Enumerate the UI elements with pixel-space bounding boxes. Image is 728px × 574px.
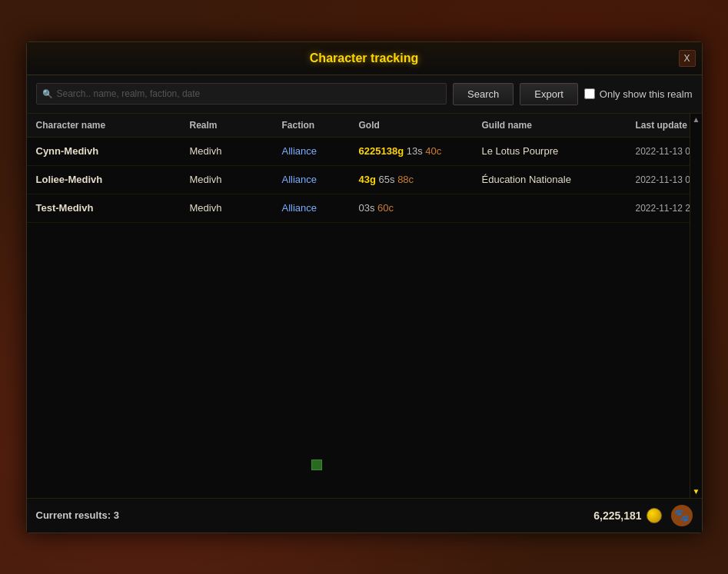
search-button[interactable]: Search [453, 83, 514, 105]
silver-value: 65 [379, 174, 390, 185]
character-tracking-dialog: Character tracking X 🔍 Search Export Onl… [26, 41, 703, 533]
green-square-decoration [311, 460, 322, 470]
char-name-cell: Loliee-Medivh [36, 174, 190, 185]
faction-cell: Alliance [282, 202, 359, 214]
table-header: Character name Realm Faction Gold Guild … [27, 114, 702, 138]
char-name-cell: Test-Medivh [36, 202, 190, 214]
guild-cell: Éducation Nationale [482, 174, 636, 185]
silver-value: 03 [359, 202, 370, 214]
dialog-title: Character tracking [310, 51, 418, 65]
table-container: Character name Realm Faction Gold Guild … [27, 114, 702, 498]
scrollbar[interactable]: ▲ ▼ [690, 114, 702, 498]
total-gold: 6,225,181 [593, 508, 661, 523]
th-last-update: Last update [636, 120, 729, 131]
th-faction: Faction [282, 120, 359, 131]
th-realm: Realm [190, 120, 282, 131]
guild-cell: Le Lotus Pourpre [482, 145, 636, 157]
table-body: Cynn-Medivh Medivh Alliance 6225138g 13s… [27, 138, 702, 223]
gold-cell: 03s 60c [359, 202, 482, 214]
gold-cell: 43g 65s 88c [359, 174, 482, 185]
gold-value: 43 [359, 174, 370, 185]
char-name-cell: Cynn-Medivh [36, 145, 190, 157]
silver-value: 13 [407, 145, 417, 157]
gold-value: 6225138 [359, 145, 398, 157]
toolbar: 🔍 Search Export Only show this realm [27, 75, 702, 114]
scroll-up-arrow[interactable]: ▲ [690, 114, 703, 126]
th-char-name: Character name [36, 120, 190, 131]
realm-cell: Medivh [190, 202, 282, 214]
realm-filter: Only show this realm [584, 88, 693, 100]
copper-value: 60 [377, 202, 388, 214]
footer-bar: Current results: 3 6,225,181 🐾 [27, 498, 702, 533]
search-input[interactable] [36, 83, 447, 105]
table-row: Test-Medivh Medivh Alliance 03s 60c 2022… [27, 194, 702, 223]
table-row: Loliee-Medivh Medivh Alliance 43g 65s 88… [27, 166, 702, 194]
help-icon[interactable]: 🐾 [671, 505, 693, 526]
copper-value: 88 [397, 174, 408, 185]
search-input-wrap: 🔍 [36, 83, 447, 105]
faction-cell: Alliance [282, 145, 359, 157]
results-count: Current results: 3 [36, 509, 119, 521]
realm-cell: Medivh [190, 174, 282, 185]
copper-value: 40 [425, 145, 436, 157]
realm-filter-checkbox[interactable] [584, 88, 595, 99]
search-icon: 🔍 [42, 89, 53, 99]
scroll-down-arrow[interactable]: ▼ [690, 486, 703, 498]
total-gold-value: 6,225,181 [593, 509, 641, 522]
dialog-title-bar: Character tracking X [27, 42, 702, 75]
realm-cell: Medivh [190, 145, 282, 157]
th-gold: Gold [359, 120, 482, 131]
gold-cell: 6225138g 13s 40c [359, 145, 482, 157]
gold-coin-icon [647, 508, 662, 523]
table-row: Cynn-Medivh Medivh Alliance 6225138g 13s… [27, 138, 702, 166]
realm-filter-label: Only show this realm [600, 88, 693, 100]
th-guild: Guild name [482, 120, 636, 131]
close-button[interactable]: X [679, 50, 696, 67]
faction-cell: Alliance [282, 174, 359, 185]
export-button[interactable]: Export [520, 83, 578, 105]
